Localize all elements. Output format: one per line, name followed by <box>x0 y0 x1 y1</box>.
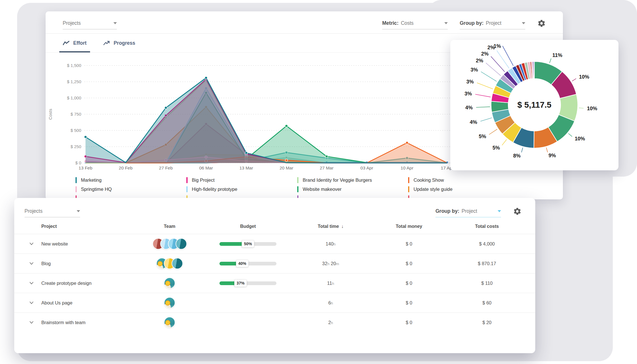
svg-text:$ 250: $ 250 <box>70 144 81 149</box>
metric-select[interactable]: Metric:Costs <box>382 20 448 29</box>
donut-percent-label: 5% <box>479 134 486 139</box>
project-name[interactable]: Blog <box>41 261 135 266</box>
total-costs-value: $ 60 <box>449 300 525 306</box>
team-avatars <box>135 317 204 328</box>
data-point-marker[interactable] <box>406 142 408 144</box>
chevron-down-icon <box>522 22 525 24</box>
projects-scope-select[interactable]: Projects <box>63 20 117 29</box>
donut-label-leader <box>475 94 491 97</box>
team-avatars <box>135 258 204 269</box>
donut-label-leader <box>568 134 572 137</box>
member-avatar[interactable] <box>172 258 183 269</box>
settings-gear-icon[interactable] <box>537 19 546 28</box>
expand-chevron-icon[interactable] <box>21 301 41 304</box>
legend-color-chip <box>76 177 77 183</box>
table-row: New website 50% 140h $ 0 $ 4,000 <box>14 234 535 253</box>
svg-text:13 Feb: 13 Feb <box>79 165 92 170</box>
legend-item-high-fidelity-prototype[interactable]: High-fidelity prototype <box>186 186 297 192</box>
total-money-value: $ 0 <box>369 241 449 247</box>
column-header-team[interactable]: Team <box>135 224 204 229</box>
tab-effort[interactable]: Effort <box>63 34 87 52</box>
member-avatar[interactable] <box>176 238 187 250</box>
legend-item-big-project[interactable]: Big Project <box>186 177 297 183</box>
svg-text:13 Mar: 13 Mar <box>239 165 253 170</box>
legend-item-marketing[interactable]: Marketing <box>76 177 186 183</box>
legend-label: Brand Identity for Veggie Burgers <box>303 177 372 183</box>
svg-text:$ 750: $ 750 <box>70 112 81 116</box>
legend-item-springtime-hq[interactable]: Springtime HQ <box>76 186 186 192</box>
settings-gear-icon[interactable] <box>513 207 522 216</box>
project-name[interactable]: New website <box>41 241 135 247</box>
group-by-select[interactable]: Group by:Project <box>460 20 525 29</box>
budget-progress: 40% <box>204 262 292 265</box>
total-time-value: 32h 20m <box>292 261 369 266</box>
donut-percent-label: 10% <box>587 106 597 111</box>
projects-scope-select-table[interactable]: Projects <box>25 208 80 217</box>
column-header-total-money[interactable]: Total money <box>369 224 449 229</box>
legend-color-chip <box>186 186 188 192</box>
expand-chevron-icon[interactable] <box>21 282 41 285</box>
sort-desc-icon[interactable]: ↓ <box>341 224 343 229</box>
data-point-marker[interactable] <box>165 107 167 109</box>
svg-text:$ 1,000: $ 1,000 <box>67 95 81 100</box>
data-point-marker[interactable] <box>285 159 288 161</box>
donut-percent-label: 1% <box>494 43 501 49</box>
column-header-budget[interactable]: Budget <box>204 224 292 229</box>
legend-item-website-makeover[interactable]: Website makeover <box>297 186 408 192</box>
donut-percent-label: 3% <box>465 91 472 97</box>
svg-text:$ 1,500: $ 1,500 <box>67 63 81 68</box>
budget-progress: 37% <box>204 281 292 285</box>
table-card-header: Projects Group by:Project <box>14 198 535 219</box>
project-name[interactable]: Brainstorm with team <box>41 320 135 325</box>
progress-trend-icon <box>103 41 110 46</box>
legend-item-brand-identity[interactable]: Brand Identity for Veggie Burgers <box>297 177 408 183</box>
total-costs-value: $ 870.17 <box>449 261 525 266</box>
group-by-select-table[interactable]: Group by:Project <box>435 208 501 217</box>
donut-label-leader <box>546 148 548 152</box>
legend-item-update-style-guide[interactable]: Update style guide <box>408 186 519 192</box>
data-point-marker[interactable] <box>285 125 288 127</box>
project-name[interactable]: About Us page <box>41 300 135 306</box>
column-header-project[interactable]: Project <box>41 224 135 229</box>
legend-color-chip <box>297 186 298 192</box>
legend-color-chip <box>408 186 409 192</box>
legend-label: Big Project <box>192 177 215 183</box>
donut-slice[interactable] <box>534 62 534 79</box>
table-row: About Us page 6h $ 0 $ 60 <box>14 293 535 312</box>
donut-label-leader <box>497 50 509 68</box>
legend-item-cooking-show[interactable]: Cooking Show <box>408 177 519 183</box>
svg-text:Costs: Costs <box>48 109 53 120</box>
project-name[interactable]: Create prototype design <box>41 281 135 286</box>
legend-label: High-fidelity prototype <box>192 187 237 192</box>
member-avatar[interactable] <box>164 297 175 308</box>
tab-progress[interactable]: Progress <box>103 34 135 52</box>
chevron-down-icon <box>113 22 117 24</box>
legend-color-chip <box>408 177 409 183</box>
data-point-marker[interactable] <box>205 77 207 79</box>
member-avatar[interactable] <box>164 317 175 328</box>
svg-text:10 Apr: 10 Apr <box>401 165 414 170</box>
svg-text:20 Mar: 20 Mar <box>280 165 293 170</box>
expand-chevron-icon[interactable] <box>21 262 41 265</box>
data-point-marker[interactable] <box>84 136 87 138</box>
analytics-card-header: Projects Metric:Costs Group by:Project <box>46 11 563 34</box>
column-header-total-costs[interactable]: Total costs <box>449 224 525 229</box>
donut-percent-label: 4% <box>465 105 473 111</box>
total-money-value: $ 0 <box>369 281 449 286</box>
donut-percent-label: 10% <box>575 136 585 142</box>
legend-color-chip <box>297 177 298 183</box>
member-avatar[interactable] <box>164 277 175 289</box>
group-by-label: Group by: <box>435 208 459 214</box>
column-header-total-time[interactable]: Total time↓ <box>292 224 369 229</box>
team-avatars <box>135 238 204 250</box>
expand-chevron-icon[interactable] <box>21 321 41 324</box>
data-point-marker[interactable] <box>245 152 248 154</box>
budget-bar: 37% <box>219 281 276 285</box>
data-point-marker[interactable] <box>325 155 328 158</box>
expand-chevron-icon[interactable] <box>21 242 41 245</box>
group-by-label: Group by: <box>460 20 484 26</box>
donut-label-leader <box>550 58 551 63</box>
budget-bar: 40% <box>219 262 276 265</box>
table-column-headers: Project Team Budget Total time↓ Total mo… <box>14 219 535 234</box>
budget-percent-chip: 50% <box>242 240 254 248</box>
